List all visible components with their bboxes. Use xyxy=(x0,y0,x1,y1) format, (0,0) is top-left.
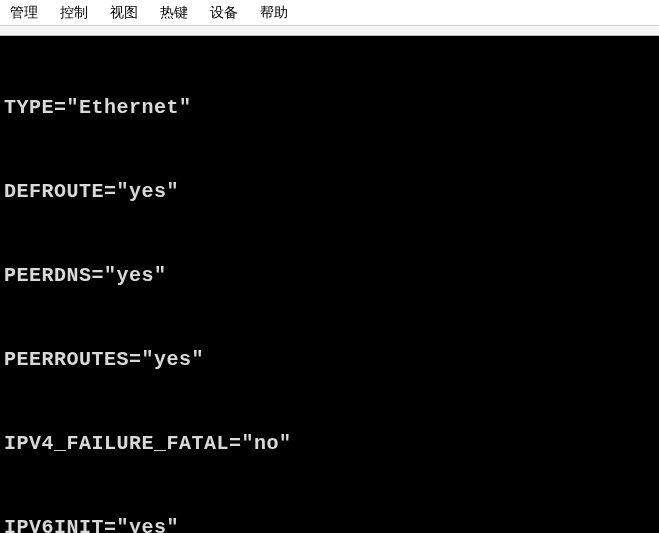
menu-manage[interactable]: 管理 xyxy=(10,4,38,22)
terminal-line: TYPE="Ethernet" xyxy=(4,94,655,122)
menu-device[interactable]: 设备 xyxy=(210,4,238,22)
menu-view[interactable]: 视图 xyxy=(110,4,138,22)
menu-control[interactable]: 控制 xyxy=(60,4,88,22)
terminal-line: IPV4_FAILURE_FATAL="no" xyxy=(4,430,655,458)
menubar: 管理 控制 视图 热键 设备 帮助 xyxy=(0,0,659,26)
terminal-line: IPV6INIT="yes" xyxy=(4,514,655,533)
terminal-output[interactable]: TYPE="Ethernet" DEFROUTE="yes" PEERDNS="… xyxy=(0,36,659,533)
menu-hotkey[interactable]: 热键 xyxy=(160,4,188,22)
toolbar-strip xyxy=(0,26,659,36)
terminal-line: PEERROUTES="yes" xyxy=(4,346,655,374)
terminal-line: DEFROUTE="yes" xyxy=(4,178,655,206)
menu-help[interactable]: 帮助 xyxy=(260,4,288,22)
terminal-line: PEERDNS="yes" xyxy=(4,262,655,290)
